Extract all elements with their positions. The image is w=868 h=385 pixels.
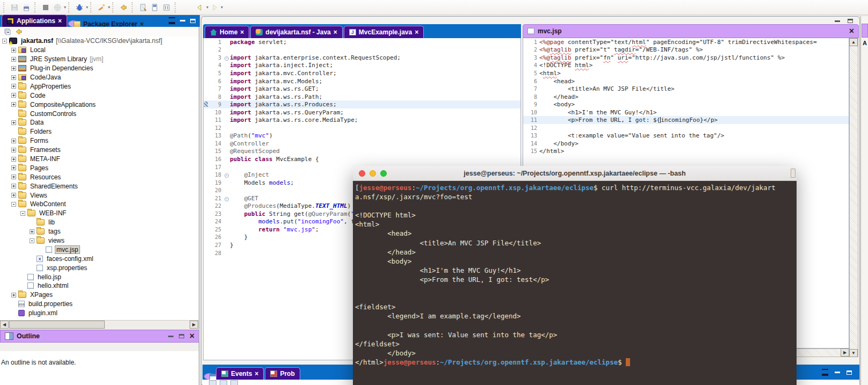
scroll-right-icon[interactable]: ▶ — [841, 348, 849, 357]
nav-back-icon[interactable] — [194, 2, 206, 13]
minimize-icon[interactable] — [180, 20, 185, 21]
fold-collapse-icon[interactable]: - — [223, 195, 230, 202]
expand-icon[interactable]: + — [11, 84, 16, 89]
fold-collapse-icon[interactable]: - — [223, 171, 230, 178]
tree-item-code[interactable]: +Code — [0, 91, 199, 100]
expand-icon[interactable]: + — [11, 193, 16, 198]
minimize-icon[interactable] — [168, 336, 173, 337]
maximize-icon[interactable] — [190, 19, 196, 23]
jsp-editor-header[interactable]: mvc.jsp × — [523, 24, 859, 38]
tree-item-sharedelements[interactable]: +SharedElements — [0, 181, 199, 191]
dropdown-icon[interactable]: ▾ — [108, 5, 110, 10]
close-icon[interactable]: × — [334, 30, 337, 35]
expand-icon[interactable]: + — [11, 175, 16, 179]
tree-item-plug-in-dependencies[interactable]: +Plug-in Dependencies — [0, 64, 199, 73]
scroll-thumb[interactable] — [9, 321, 105, 329]
tree-item-framesets[interactable]: +Framesets — [0, 146, 199, 155]
tree-item-web-inf[interactable]: -WEB-INF — [0, 209, 199, 218]
fast-view-handle[interactable] — [862, 24, 868, 38]
view-menu-icon[interactable] — [169, 17, 175, 24]
close-icon[interactable]: × — [255, 371, 258, 376]
expand-icon[interactable]: + — [11, 293, 16, 297]
fast-view-strip[interactable]: A — [860, 16, 868, 385]
close-icon[interactable]: × — [415, 30, 418, 35]
tree-item-mvc-jsp[interactable]: mvc.jsp — [0, 245, 199, 254]
tree-item-compositeapplications[interactable]: +CompositeApplications — [0, 100, 199, 109]
tree-item-hello-jsp[interactable]: hello.jsp — [0, 272, 199, 281]
scroll-right-icon[interactable]: ▶ — [190, 321, 198, 329]
new-doc-icon[interactable] — [137, 2, 149, 13]
properties-toolbar-icon[interactable] — [209, 380, 216, 385]
scroll-left-icon[interactable]: ◀ — [0, 321, 9, 329]
tree-item-lib[interactable]: lib — [0, 218, 199, 227]
dropdown-icon[interactable]: ▾ — [86, 5, 88, 10]
debug-icon[interactable] — [74, 2, 85, 13]
tree-item-resources[interactable]: +Resources — [0, 172, 199, 181]
close-window-icon[interactable] — [359, 170, 365, 177]
tree-item-meta-inf[interactable]: +META-INF — [0, 155, 199, 164]
collapse-icon[interactable]: - — [2, 39, 7, 43]
tree-item-hello-xhtml[interactable]: hello.xhtml — [0, 281, 199, 290]
close-icon[interactable]: × — [140, 21, 144, 27]
minimize-window-icon[interactable] — [370, 170, 376, 177]
scroll-up-icon[interactable]: ▲ — [849, 38, 858, 46]
expand-icon[interactable]: + — [11, 48, 16, 53]
collapse-icon[interactable]: - — [11, 202, 16, 207]
tree-horizontal-scrollbar[interactable]: ◀ ▶ — [0, 320, 199, 329]
scroll-down-icon[interactable]: ▼ — [849, 349, 858, 357]
tree-item-tags[interactable]: +tags — [0, 227, 199, 236]
tab-package-explorer[interactable]: Package Explorer× — [68, 20, 79, 27]
properties-toolbar-icon[interactable] — [220, 380, 227, 385]
tab-mvcexample-java[interactable]: JMvcExample.java× — [344, 26, 424, 38]
maximize-icon[interactable] — [179, 334, 184, 338]
open-link-icon[interactable] — [118, 2, 129, 13]
maximize-icon[interactable] — [848, 19, 853, 23]
expand-icon[interactable]: + — [11, 102, 16, 107]
collapse-icon[interactable]: - — [20, 211, 25, 216]
close-icon[interactable]: × — [58, 18, 62, 24]
tree-item-views[interactable]: -views — [0, 236, 199, 245]
close-icon[interactable]: × — [849, 26, 854, 36]
minimize-icon[interactable] — [835, 372, 840, 373]
tree-item-plugin-xml[interactable]: plugin.xml — [0, 309, 199, 318]
tab-applications[interactable]: Applications× — [2, 14, 67, 27]
tree-item-jre-system-library[interactable]: +JRE System Library [jvm] — [0, 55, 199, 64]
nav-forward-icon[interactable] — [208, 2, 220, 13]
expand-icon[interactable]: + — [30, 229, 34, 234]
dropdown-icon[interactable]: ▾ — [64, 5, 66, 10]
expand-icon[interactable]: + — [11, 120, 16, 125]
tree-item-data[interactable]: +Data — [0, 118, 199, 127]
print-icon[interactable] — [20, 2, 32, 13]
expand-icon[interactable]: + — [11, 57, 16, 62]
tab-properties[interactable]: Properties× — [204, 373, 215, 380]
properties-toolbar-icon[interactable] — [230, 380, 238, 385]
jsp-vertical-scrollbar[interactable]: ▲ ▼ — [849, 38, 858, 357]
link-with-editor-icon[interactable] — [14, 27, 23, 36]
maximize-icon[interactable] — [847, 371, 852, 375]
tree-item-xpages[interactable]: +XPages — [0, 290, 199, 300]
save-icon[interactable] — [9, 2, 20, 13]
doc-blue-icon[interactable] — [149, 2, 161, 13]
tree-item-webcontent[interactable]: -WebContent — [0, 200, 199, 209]
tree-item-build-properties[interactable]: 010build.properties — [0, 300, 199, 309]
tree-item-local[interactable]: +Local — [0, 46, 199, 55]
tree-item-forms[interactable]: +Forms — [0, 136, 199, 146]
tree-item-pages[interactable]: +Pages — [0, 163, 199, 172]
run-tools-icon[interactable] — [96, 2, 107, 13]
tree-item-code-java[interactable]: +Code/Java — [0, 73, 199, 82]
expand-icon[interactable]: + — [11, 184, 16, 188]
tree-item-customcontrols[interactable]: CustomControls — [0, 109, 199, 118]
doc-columns-icon[interactable] — [161, 2, 172, 13]
collapse-all-icon[interactable] — [3, 27, 12, 36]
tree-item-xsp-properties[interactable]: xsp.properties — [0, 263, 199, 272]
tree-item-views[interactable]: +Views — [0, 191, 199, 200]
tree-item-jakarta-nsf[interactable]: -jakarta.nsf [\\Galatea-VCC/IKSG\dev\jak… — [0, 37, 199, 46]
web-preview-icon[interactable] — [52, 2, 63, 13]
expand-icon[interactable]: + — [11, 93, 16, 98]
tree-item-appproperties[interactable]: +AppProperties — [0, 82, 199, 91]
terminal-window[interactable]: jesse@perseus: ~/Projects/org.openntf.xs… — [353, 166, 797, 385]
expand-icon[interactable]: + — [11, 66, 16, 71]
stop-square-icon[interactable] — [40, 2, 52, 13]
expand-icon[interactable]: + — [11, 165, 16, 170]
collapse-icon[interactable]: - — [30, 238, 34, 243]
